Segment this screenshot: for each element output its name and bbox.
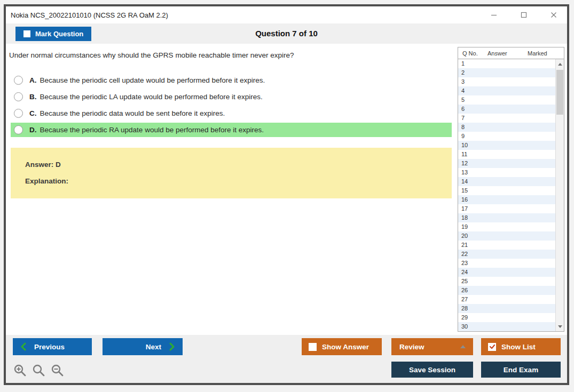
option-letter: D. [29, 126, 37, 134]
question-list-row[interactable]: 20 [458, 231, 555, 241]
chevron-right-icon [169, 342, 175, 351]
save-session-button[interactable]: Save Session [391, 362, 473, 378]
mark-question-button[interactable]: Mark Question [15, 27, 91, 41]
option-c[interactable]: C. Because the periodic data would be se… [11, 106, 452, 121]
question-list-row[interactable]: 10 [458, 141, 555, 150]
question-list-row[interactable]: 14 [458, 177, 555, 186]
question-list-row[interactable]: 28 [458, 304, 555, 313]
zoom-out-icon[interactable] [51, 364, 65, 378]
show-list-label: Show List [501, 343, 536, 351]
column-marked: Marked [528, 50, 564, 57]
question-list-row[interactable]: 24 [458, 268, 555, 277]
question-list-row[interactable]: 29 [458, 313, 555, 322]
question-list-row[interactable]: 22 [458, 250, 555, 259]
column-q-no: Q No. [458, 50, 487, 57]
question-list-row[interactable]: 7 [458, 114, 555, 123]
question-list-body: 1234567891011121314151617181920212223242… [458, 59, 555, 331]
show-answer-checkbox-icon[interactable] [309, 343, 317, 351]
option-letter: C. [29, 109, 37, 117]
minimize-icon[interactable] [488, 9, 500, 21]
close-icon[interactable] [548, 9, 560, 21]
answer-label: Answer: D [25, 161, 452, 169]
explanation-label: Explanation: [25, 177, 452, 185]
question-list-row[interactable]: 21 [458, 241, 555, 250]
question-text: Under normal circumstances why should th… [9, 51, 294, 59]
exam-header: Mark Question Question 7 of 10 [6, 23, 567, 44]
option-a[interactable]: A. Because the periodic cell update woul… [11, 73, 452, 87]
question-list-header: Q No. Answer Marked [458, 47, 564, 59]
question-list-row[interactable]: 19 [458, 222, 555, 231]
question-list-row[interactable]: 11 [458, 150, 555, 159]
scroll-down-icon[interactable] [556, 322, 564, 331]
footer-bar: Previous Next Show Answer Review Show Li… [6, 335, 567, 383]
option-text: Because the periodic LA update would be … [40, 93, 263, 101]
zoom-reset-icon[interactable] [32, 364, 46, 378]
radio-button-icon[interactable] [14, 109, 23, 118]
question-list-panel: Q No. Answer Marked 12345678910111213141… [458, 47, 564, 332]
window-controls [488, 6, 560, 23]
mark-question-label: Mark Question [35, 30, 83, 38]
question-list-row[interactable]: 25 [458, 277, 555, 286]
previous-button[interactable]: Previous [13, 338, 92, 355]
save-session-label: Save Session [409, 366, 455, 374]
question-area: Under normal circumstances why should th… [6, 44, 567, 335]
question-list-row[interactable]: 18 [458, 213, 555, 222]
chevron-left-icon [21, 342, 26, 351]
next-label: Next [146, 343, 161, 351]
question-list-row[interactable]: 3 [458, 77, 555, 86]
review-dropdown-button[interactable]: Review [391, 338, 473, 355]
show-answer-button[interactable]: Show Answer [302, 338, 382, 355]
dropdown-arrow-icon [460, 345, 466, 348]
window-title: Nokia NCS_20022101010 (NCSS 2G RA OaM 2.… [6, 11, 168, 19]
zoom-toolbar [13, 364, 65, 378]
option-letter: A. [29, 76, 37, 84]
next-button[interactable]: Next [103, 338, 183, 355]
review-label: Review [399, 343, 424, 351]
answer-panel: Answer: D Explanation: [11, 148, 452, 198]
question-list-row[interactable]: 15 [458, 186, 555, 195]
option-text: Because the periodic data would be sent … [40, 109, 225, 117]
option-text: Because the periodic cell update would b… [40, 76, 265, 84]
maximize-icon[interactable] [518, 9, 530, 21]
show-list-button[interactable]: Show List [481, 338, 561, 355]
question-list-row[interactable]: 8 [458, 123, 555, 132]
question-list-row[interactable]: 4 [458, 86, 555, 95]
mark-question-checkbox-icon[interactable] [23, 30, 30, 37]
column-answer: Answer [487, 50, 528, 57]
exam-window: Nokia NCS_20022101010 (NCSS 2G RA OaM 2.… [4, 4, 569, 385]
question-list-row[interactable]: 13 [458, 168, 555, 177]
question-list-row[interactable]: 23 [458, 259, 555, 268]
radio-button-icon[interactable] [14, 76, 23, 85]
show-answer-label: Show Answer [322, 343, 369, 351]
question-list-row[interactable]: 30 [458, 322, 555, 331]
question-list-row[interactable]: 17 [458, 204, 555, 213]
option-d[interactable]: D. Because the periodic RA update would … [11, 123, 452, 137]
end-exam-label: End Exam [504, 366, 538, 374]
question-list-row[interactable]: 16 [458, 195, 555, 204]
question-list-row[interactable]: 5 [458, 95, 555, 105]
option-text: Because the periodic RA update would be … [40, 126, 264, 134]
radio-button-icon[interactable] [14, 92, 23, 101]
option-letter: B. [29, 93, 37, 101]
zoom-in-icon[interactable] [13, 364, 27, 378]
scroll-up-icon[interactable] [556, 60, 564, 68]
show-list-checkbox-icon[interactable] [488, 343, 496, 351]
question-list-row[interactable]: 2 [458, 68, 555, 77]
question-list-row[interactable]: 9 [458, 132, 555, 141]
title-bar: Nokia NCS_20022101010 (NCSS 2G RA OaM 2.… [6, 6, 567, 23]
scrollbar-thumb[interactable] [556, 70, 563, 115]
question-list-row[interactable]: 6 [458, 105, 555, 114]
end-exam-button[interactable]: End Exam [481, 362, 561, 378]
question-list-row[interactable]: 1 [458, 59, 555, 68]
question-list-scrollbar[interactable] [555, 59, 564, 331]
question-list-row[interactable]: 12 [458, 159, 555, 168]
question-list-row[interactable]: 27 [458, 295, 555, 304]
question-list-row[interactable]: 26 [458, 286, 555, 295]
previous-label: Previous [34, 343, 65, 351]
option-b[interactable]: B. Because the periodic LA update would … [11, 90, 452, 104]
radio-button-icon[interactable] [14, 125, 23, 134]
